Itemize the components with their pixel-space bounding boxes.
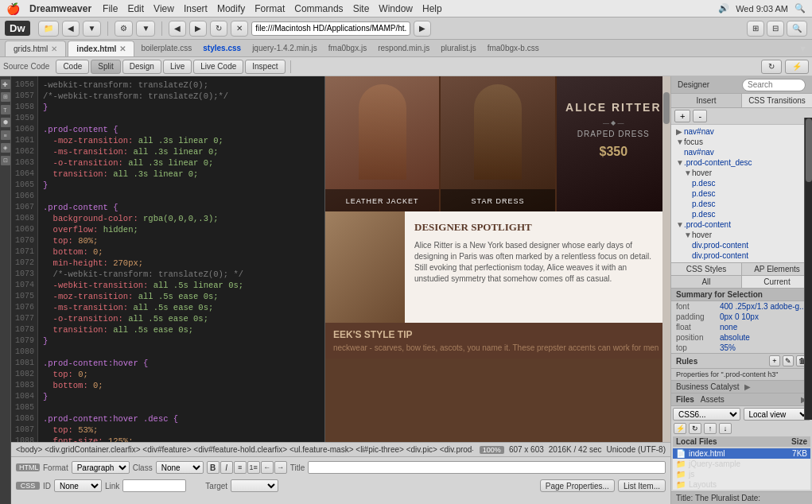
tree-item-pdesc3[interactable]: p.desc — [673, 199, 810, 209]
refresh-btn[interactable]: ↻ — [210, 21, 227, 37]
menu-insert[interactable]: Insert — [184, 3, 208, 14]
left-icon-4[interactable]: ⬢ — [1, 118, 10, 127]
tab-fma0bgx[interactable]: fma0bgx.js — [324, 44, 371, 52]
apple-menu[interactable]: 🍎 — [6, 2, 20, 15]
tree-item-navnav[interactable]: ▶ nav#nav — [673, 126, 810, 137]
files-label[interactable]: Files — [676, 395, 694, 404]
tab-styles[interactable]: styles.css — [198, 44, 246, 52]
left-icon-6[interactable]: ◈ — [1, 143, 10, 153]
view-design-btn[interactable]: Design — [122, 60, 161, 74]
designer-search[interactable] — [742, 79, 806, 91]
files-upload-btn[interactable]: ↑ — [704, 423, 717, 434]
menu-commands[interactable]: Commands — [294, 3, 343, 14]
italic-btn[interactable]: I — [220, 461, 233, 474]
pluralist-select[interactable]: CSS6... — [673, 408, 740, 421]
files-download-btn[interactable]: ↓ — [719, 423, 732, 434]
tree-item-div1[interactable]: div.prod-content — [673, 240, 810, 250]
view-split-btn[interactable]: Split — [91, 60, 120, 74]
ol-btn[interactable]: 1≡ — [247, 461, 260, 474]
menu-modify[interactable]: Modify — [217, 3, 245, 14]
file-item-js[interactable]: 📁 js — [673, 469, 810, 479]
back-btn[interactable]: ◀ — [169, 21, 186, 37]
menu-view[interactable]: View — [153, 3, 174, 14]
tree-item-focus[interactable]: ▼ focus — [673, 137, 810, 147]
tree-item-pdesc2[interactable]: p.desc — [673, 188, 810, 199]
assets-label[interactable]: Assets — [701, 395, 725, 404]
tab-boilerplate[interactable]: boilerplate.css — [136, 44, 196, 52]
tab-css-transitions[interactable]: CSS Transitions — [742, 94, 812, 107]
view-live-btn[interactable]: Live — [163, 60, 192, 74]
close-index-icon[interactable]: ✕ — [119, 45, 126, 53]
format-select[interactable]: Paragraph — [72, 461, 130, 474]
bc-arrow[interactable]: ▶ — [744, 382, 751, 391]
id-select[interactable]: None — [54, 479, 102, 492]
tab-pluralist[interactable]: pluralist.js — [436, 44, 480, 52]
tree-item-pdesc1[interactable]: p.desc — [673, 178, 810, 188]
menu-window[interactable]: Window — [379, 3, 413, 14]
new-btn[interactable]: ◀ — [62, 21, 80, 37]
menu-help[interactable]: Help — [422, 3, 442, 14]
file-item-jquery[interactable]: 📁 jQuery-sample — [673, 459, 810, 469]
url-input[interactable] — [251, 21, 410, 36]
stop-btn[interactable]: ✕ — [231, 21, 248, 37]
preview-scrollbar[interactable] — [662, 76, 670, 442]
tree-item-hover2[interactable]: ▼ hover — [673, 230, 810, 240]
tree-item-prod-desc[interactable]: ▼ .prod-content_desc — [673, 157, 810, 168]
view-code-btn[interactable]: Code — [56, 60, 89, 74]
tab-css-styles[interactable]: CSS Styles — [671, 263, 742, 275]
outdent-btn[interactable]: ← — [261, 461, 274, 474]
view-live-code-btn[interactable]: Live Code — [193, 60, 243, 74]
tree-item-prod-content[interactable]: ▼ .prod-content — [673, 219, 810, 230]
live-view-btn[interactable]: ⊞ — [747, 21, 764, 37]
multi-screen-btn[interactable]: ⊟ — [767, 21, 784, 37]
indent-btn[interactable]: → — [274, 461, 287, 474]
tab-respond[interactable]: respond.min.js — [373, 44, 434, 52]
tree-item-pdesc4[interactable]: p.desc — [673, 209, 810, 219]
menu-site[interactable]: Site — [353, 3, 370, 14]
refresh-design-btn[interactable]: ↻ — [761, 60, 782, 74]
tab-ap-elements[interactable]: AP Elements — [742, 263, 812, 275]
rules-edit-btn[interactable]: ✎ — [783, 355, 794, 366]
menu-edit[interactable]: Edit — [127, 3, 144, 14]
code-area[interactable]: -webkit-transform: translateZ(0); /*-web… — [38, 76, 324, 442]
files-connect-btn[interactable]: ⚡ — [674, 423, 686, 434]
tab-jquery[interactable]: jquery-1.4.2.min.js — [247, 44, 322, 52]
page-properties-btn[interactable]: Page Properties... — [540, 479, 615, 492]
left-icon-3[interactable]: T — [1, 105, 10, 114]
left-icon-insert[interactable]: ✚ — [1, 79, 10, 89]
class-select[interactable]: None — [156, 461, 204, 474]
tree-item-navnav2[interactable]: nav#nav — [673, 147, 810, 157]
ul-btn[interactable]: ≡ — [234, 461, 247, 474]
view-select[interactable]: Local view — [744, 408, 811, 421]
list-item-btn[interactable]: List Item... — [618, 479, 666, 492]
tab-grids[interactable]: grids.html ✕ — [5, 41, 66, 56]
filter-all[interactable]: All — [671, 276, 742, 288]
filter-current[interactable]: Current — [742, 276, 812, 288]
forward-btn[interactable]: ▶ — [189, 21, 207, 37]
zoom-btn[interactable]: 🔍 — [787, 21, 807, 37]
target-select[interactable] — [231, 479, 278, 492]
tab-insert[interactable]: Insert — [671, 94, 742, 107]
menu-file[interactable]: File — [103, 3, 118, 14]
go-btn[interactable]: ▶ — [414, 21, 431, 37]
insert-plus-btn[interactable]: + — [674, 110, 690, 122]
toolbar-btn2[interactable]: ⚙ — [115, 21, 133, 37]
left-icon-2[interactable]: ⊞ — [1, 92, 10, 102]
tree-item-div2[interactable]: div.prod-content — [673, 250, 810, 261]
filter-icon[interactable]: ▼ — [798, 44, 807, 53]
tab-fma0bgx-b[interactable]: fma0bgx-b.css — [483, 44, 544, 52]
tab-index[interactable]: index.html ✕ — [68, 41, 134, 56]
file-item-index[interactable]: 📄 index.html 7KB — [673, 448, 810, 459]
search-icon[interactable]: 🔍 — [795, 3, 806, 14]
toolbar-btn3[interactable]: ▼ — [136, 21, 155, 37]
view-inspect-btn[interactable]: Inspect — [245, 60, 285, 74]
live-debug-btn[interactable]: ⚡ — [785, 60, 809, 74]
menu-format[interactable]: Format — [254, 3, 285, 14]
title-input[interactable] — [308, 461, 666, 474]
insert-minus-btn[interactable]: - — [693, 110, 707, 122]
settings-btn[interactable]: ▼ — [83, 21, 102, 37]
left-icon-5[interactable]: ≡ — [1, 130, 10, 140]
tree-item-hover1[interactable]: ▼ hover — [673, 168, 810, 178]
file-item-layouts[interactable]: 📁 Layouts — [673, 479, 810, 490]
rules-add-btn[interactable]: + — [769, 355, 780, 366]
